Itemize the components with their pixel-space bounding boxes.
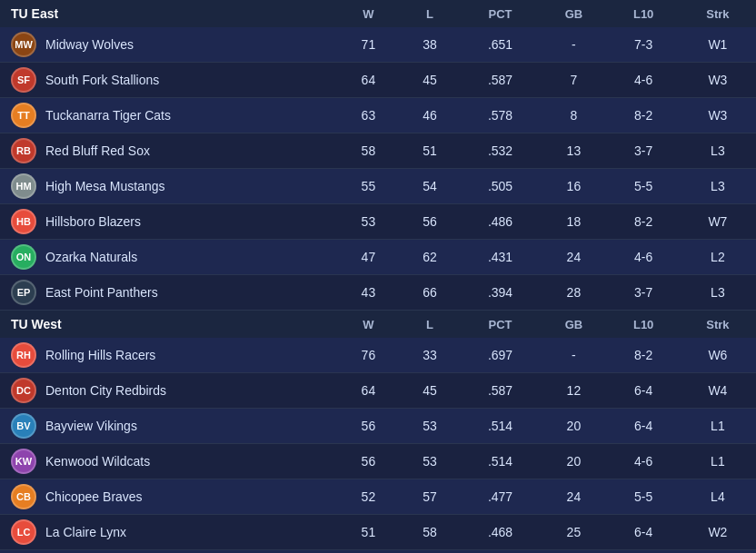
team-logo: KW: [11, 449, 36, 474]
table-row[interactable]: KW Kenwood Wildcats 56 53 .514 20 4-6 L1: [0, 444, 756, 479]
team-cell: HM High Mesa Mustangs: [0, 169, 338, 204]
team-l10: 8-2: [608, 204, 680, 240]
team-wins: 64: [338, 63, 400, 98]
team-streak: W3: [680, 63, 756, 98]
team-pct: .477: [461, 479, 541, 515]
table-row[interactable]: RH Rolling Hills Racers 76 33 .697 - 8-2…: [0, 338, 756, 373]
team-l10: 5-5: [608, 479, 680, 515]
team-gb: -: [540, 27, 607, 63]
team-losses: 46: [399, 98, 461, 133]
team-streak: L3: [680, 133, 756, 169]
team-wins: 44: [338, 550, 400, 554]
col-w: W: [338, 0, 400, 27]
team-pct: .587: [461, 63, 541, 98]
team-wins: 71: [338, 27, 400, 63]
team-l10: 6-4: [608, 515, 680, 550]
team-logo: HM: [11, 173, 36, 199]
team-losses: 58: [399, 515, 461, 550]
table-row[interactable]: MW Midway Wolves 71 38 .651 - 7-3 W1: [0, 27, 756, 63]
team-losses: 38: [399, 27, 461, 63]
team-logo: MW: [11, 32, 36, 57]
division-name: TU East: [0, 0, 338, 27]
team-pct: .578: [461, 98, 541, 133]
team-l10: 8-2: [608, 98, 680, 133]
team-name: East Point Panthers: [45, 285, 158, 300]
team-pct: .514: [461, 444, 541, 479]
team-name: Rolling Hills Racers: [45, 348, 155, 362]
team-streak: L3: [680, 275, 756, 311]
table-row[interactable]: CB Chicopee Braves 52 57 .477 24 5-5 L4: [0, 479, 756, 515]
team-name: Tuckanarra Tiger Cats: [45, 108, 171, 123]
team-l10: 7-3: [608, 27, 680, 63]
team-gb: 13: [540, 133, 607, 169]
team-wins: 56: [338, 409, 400, 444]
team-l10: 8-2: [608, 338, 680, 373]
team-logo: LC: [11, 519, 36, 545]
team-losses: 53: [399, 409, 461, 444]
col-strk: Strk: [680, 311, 756, 339]
team-l10: 4-6: [608, 444, 680, 479]
team-wins: 53: [338, 204, 400, 240]
team-wins: 63: [338, 98, 400, 133]
team-cell: RB Red Bluff Red Sox: [0, 133, 338, 169]
col-pct: PCT: [461, 0, 541, 27]
team-gb: 7: [540, 63, 607, 98]
team-streak: L2: [680, 240, 756, 275]
team-streak: L3: [680, 169, 756, 204]
team-losses: 62: [399, 240, 461, 275]
team-cell: BV Bayview Vikings: [0, 409, 338, 444]
team-gb: 28: [540, 275, 607, 311]
table-row[interactable]: HM High Mesa Mustangs 55 54 .505 16 5-5 …: [0, 169, 756, 204]
team-gb: 25: [540, 515, 607, 550]
col-l: L: [399, 0, 461, 27]
team-gb: -: [540, 338, 607, 373]
team-cell: SF South Fork Stallions: [0, 63, 338, 98]
team-losses: 53: [399, 444, 461, 479]
team-name: Midway Wolves: [45, 37, 134, 52]
team-pct: .651: [461, 27, 541, 63]
team-l10: 5-5: [608, 169, 680, 204]
team-streak: W4: [680, 373, 756, 409]
team-gb: 8: [540, 98, 607, 133]
division-header-0: TU East W L PCT GB L10 Strk: [0, 0, 756, 27]
team-streak: L4: [680, 479, 756, 515]
team-pct: .486: [461, 204, 541, 240]
team-losses: 56: [399, 204, 461, 240]
col-strk: Strk: [680, 0, 756, 27]
team-streak: W7: [680, 204, 756, 240]
team-wins: 43: [338, 275, 400, 311]
table-row[interactable]: ON Ozarka Naturals 47 62 .431 24 4-6 L2: [0, 240, 756, 275]
team-streak: W3: [680, 98, 756, 133]
table-row[interactable]: TT Tuckanarra Tiger Cats 63 46 .578 8 8-…: [0, 98, 756, 133]
table-row[interactable]: BV Bayview Vikings 56 53 .514 20 6-4 L1: [0, 409, 756, 444]
team-wins: 58: [338, 133, 400, 169]
team-name: Bayview Vikings: [45, 419, 137, 433]
team-streak: W2: [680, 515, 756, 550]
col-gb: GB: [540, 0, 607, 27]
team-pct: .514: [461, 409, 541, 444]
team-wins: 51: [338, 515, 400, 550]
team-cell: RH Rolling Hills Racers: [0, 338, 338, 373]
table-row[interactable]: RB Red Bluff Red Sox 58 51 .532 13 3-7 L…: [0, 133, 756, 169]
team-name: Chicopee Braves: [45, 489, 143, 504]
table-row[interactable]: EP East Point Panthers 43 66 .394 28 3-7…: [0, 275, 756, 311]
table-row[interactable]: BS Bay St. Clair Buccaneers 44 65 .404 3…: [0, 550, 756, 554]
table-row[interactable]: SF South Fork Stallions 64 45 .587 7 4-6…: [0, 63, 756, 98]
team-name: La Claire Lynx: [45, 525, 126, 539]
team-streak: W6: [680, 338, 756, 373]
team-logo: SF: [11, 67, 36, 93]
col-l: L: [399, 311, 461, 339]
team-wins: 47: [338, 240, 400, 275]
team-gb: 20: [540, 444, 607, 479]
team-pct: .431: [461, 240, 541, 275]
team-logo: TT: [11, 103, 36, 128]
table-row[interactable]: LC La Claire Lynx 51 58 .468 25 6-4 W2: [0, 515, 756, 550]
team-cell: HB Hillsboro Blazers: [0, 204, 338, 240]
table-row[interactable]: DC Denton City Redbirds 64 45 .587 12 6-…: [0, 373, 756, 409]
team-gb: 32: [540, 550, 607, 554]
team-losses: 57: [399, 479, 461, 515]
team-gb: 24: [540, 240, 607, 275]
team-cell: MW Midway Wolves: [0, 27, 338, 63]
team-name: High Mesa Mustangs: [45, 179, 165, 193]
table-row[interactable]: HB Hillsboro Blazers 53 56 .486 18 8-2 W…: [0, 204, 756, 240]
